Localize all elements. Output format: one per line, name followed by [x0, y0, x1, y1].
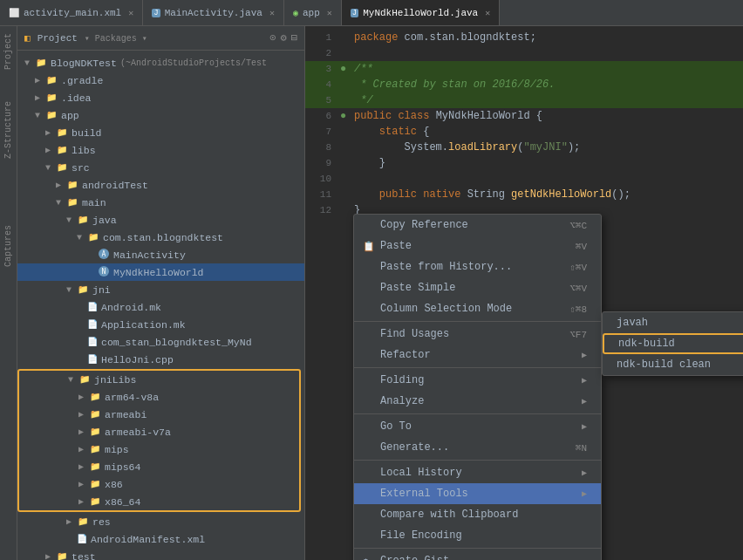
tree-item-x86-64[interactable]: 📁 x86_64 [19, 493, 299, 510]
tree-item-idea[interactable]: 📁 .idea [17, 89, 304, 106]
xml-icon: 📄 [77, 534, 87, 544]
tree-item-jni[interactable]: 📁 jni [17, 281, 304, 298]
line-content: public class MyNdkHelloWorld { [354, 110, 743, 122]
line-number: 11 [305, 189, 340, 200]
tree-item-armeabi-v7a[interactable]: 📁 armeabi-v7a [19, 423, 299, 440]
arrow-icon [77, 233, 87, 242]
tab-app[interactable]: ◉ app ✕ [284, 0, 342, 25]
svg-text:A: A [102, 250, 106, 258]
cm-item-file-encoding[interactable]: File Encoding [354, 525, 601, 546]
tab-myndkhelloworld-java[interactable]: J MyNdkHelloWorld.java ✕ [342, 0, 500, 25]
cm-item-paste-history[interactable]: Paste from History... ⇧⌘V [354, 256, 601, 277]
tree-item-label: build [72, 127, 102, 139]
tab-mainactivity-java[interactable]: J MainActivity.java ✕ [143, 0, 284, 25]
sidebar-captures[interactable]: Captures [2, 218, 15, 274]
cm-item-generate[interactable]: Generate... ⌘N [354, 437, 601, 458]
cm-item-copy-ref[interactable]: Copy Reference ⌥⌘C [354, 215, 601, 236]
cm-label: Paste [380, 240, 412, 252]
close-icon[interactable]: ✕ [269, 8, 275, 18]
cm-item-refactor[interactable]: Refactor ▶ [354, 345, 601, 365]
tree-item-package[interactable]: 📁 com.stan.blogndktest [17, 229, 304, 246]
cm-item-goto[interactable]: Go To ▶ [354, 416, 601, 437]
tree-item-root[interactable]: 📁 BlogNDKTest (~AndroidStudioProjects/Te… [17, 54, 304, 72]
external-tools-submenu: javah ndk-build ndk-build clean [602, 311, 743, 376]
tree-item-java[interactable]: 📁 java [17, 211, 304, 229]
tree-item-res[interactable]: 📁 res [17, 513, 304, 530]
tree-item-mainactivity[interactable]: A MainActivity [17, 246, 304, 263]
mk-icon: 📄 [87, 302, 98, 312]
collapse-icon[interactable]: ⊟ [291, 31, 297, 44]
cm-item-analyze[interactable]: Analyze ▶ [354, 391, 601, 412]
tree-item-label: res [92, 516, 111, 528]
cm-item-local-history[interactable]: Local History ▶ [354, 462, 601, 483]
cm-label: Create Gist... [380, 555, 468, 560]
sync-icon[interactable]: ⊙ [269, 31, 276, 44]
gutter: ● [340, 110, 354, 122]
sm-item-ndk-build-clean[interactable]: ndk-build clean [603, 354, 743, 375]
cm-item-paste-simple[interactable]: Paste Simple ⌥⌘V [354, 277, 601, 298]
arrow-icon [78, 479, 89, 489]
tab-activity-main-xml[interactable]: ⬜ activity_main.xml ✕ [0, 0, 143, 25]
close-icon[interactable]: ✕ [327, 8, 332, 18]
tree-item-build[interactable]: 📁 build [17, 124, 304, 141]
cm-item-find-usages[interactable]: Find Usages ⌥F7 [354, 324, 601, 345]
tree-item-mips64[interactable]: 📁 mips64 [19, 458, 299, 475]
tree-item-gradle-hidden[interactable]: 📁 .gradle [17, 72, 304, 89]
cm-item-folding[interactable]: Folding ▶ [354, 370, 601, 391]
tree-item-label: BlogNDKTest [51, 58, 117, 69]
tab-label: MyNdkHelloWorld.java [363, 8, 478, 18]
tree-item-label: mips [105, 444, 129, 455]
tree-item-hellojni-cpp[interactable]: 📄 HelloJni.cpp [17, 351, 304, 368]
tree-item-jni-file[interactable]: 📄 com_stan_blogndktest_MyNd [17, 333, 304, 351]
tree-item-label: x86 [105, 479, 123, 490]
tree-item-label: Application.mk [101, 319, 186, 331]
arrow-icon [45, 145, 56, 155]
gear-icon[interactable]: ⚙ [281, 31, 287, 44]
cm-item-paste[interactable]: 📋 Paste ⌘V [354, 236, 601, 256]
tree-item-mips[interactable]: 📁 mips [19, 440, 299, 458]
sidebar-strip: Project Z-Structure Captures [0, 26, 17, 560]
cm-label: Compare with Clipboard [380, 509, 518, 521]
editor-area: 1 package com.stan.blogndktest; 2 3 ● /*… [305, 26, 743, 560]
tree-item-main[interactable]: 📁 main [17, 194, 304, 211]
line-number: 9 [305, 158, 340, 168]
line-content: System.loadLibrary("myJNI"); [354, 141, 743, 154]
folder-icon: 📁 [56, 550, 68, 560]
sidebar-project[interactable]: Project [2, 26, 15, 77]
sidebar-structure[interactable]: Z-Structure [2, 94, 15, 166]
tree-item-label: arm64-v8a [105, 392, 159, 403]
cm-shortcut: ⌥⌘V [569, 283, 587, 294]
line-content: public native String getNdkHelloWorld(); [354, 188, 743, 201]
close-icon[interactable]: ✕ [128, 8, 133, 18]
tree-item-android-mk[interactable]: 📄 Android.mk [17, 298, 304, 316]
close-icon[interactable]: ✕ [485, 8, 490, 18]
tree-item-src[interactable]: 📁 src [17, 159, 304, 176]
tree-item-x86[interactable]: 📁 x86 [19, 475, 299, 493]
cm-label: Generate... [380, 441, 449, 454]
line-number: 7 [305, 126, 340, 137]
cm-label: Analyze [380, 395, 424, 407]
sm-item-ndk-build[interactable]: ndk-build [603, 333, 743, 354]
context-menu: Copy Reference ⌥⌘C 📋 Paste ⌘V Paste from… [353, 214, 602, 560]
cm-item-external-tools[interactable]: External Tools ▶ [354, 483, 601, 504]
cm-label: Column Selection Mode [380, 303, 512, 315]
sm-item-javah[interactable]: javah [603, 312, 743, 333]
cm-item-column-selection[interactable]: Column Selection Mode ⇧⌘8 [354, 298, 601, 319]
tree-item-libs[interactable]: 📁 libs [17, 141, 304, 159]
tree-item-test[interactable]: 📁 test [17, 548, 304, 560]
tree-item-jnilibs[interactable]: 📁 jniLibs [19, 371, 299, 388]
cm-label: Copy Reference [380, 219, 468, 231]
tree-item-androidmanifest[interactable]: 📄 AndroidManifest.xml [17, 530, 304, 548]
folder-icon: 📁 [89, 461, 101, 473]
tree-item-myndkhelloworld[interactable]: N MyNdkHelloWorld [17, 263, 304, 281]
tree-item-app[interactable]: 📁 app [17, 106, 304, 124]
tree-item-arm64[interactable]: 📁 arm64-v8a [19, 388, 299, 406]
activity-icon: A [98, 248, 110, 263]
tree-item-application-mk[interactable]: 📄 Application.mk [17, 316, 304, 333]
tree-item-androidtest[interactable]: 📁 androidTest [17, 176, 304, 194]
tree-item-armeabi[interactable]: 📁 armeabi [19, 406, 299, 423]
code-line-2: 2 [305, 45, 743, 61]
cm-item-compare-clipboard[interactable]: Compare with Clipboard [354, 504, 601, 525]
line-content: /** [354, 63, 743, 75]
cm-item-create-gist[interactable]: ⚙ Create Gist... [354, 550, 601, 560]
